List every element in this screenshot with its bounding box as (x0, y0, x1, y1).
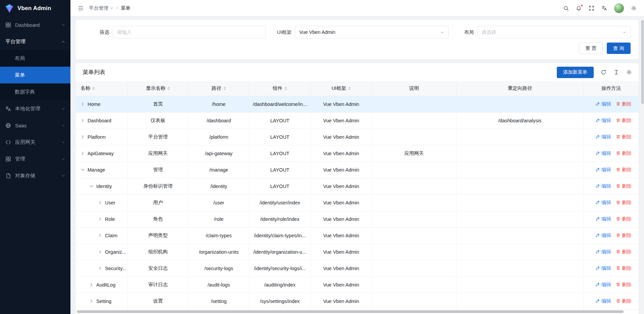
sidebar-item[interactable]: Dashboard (0, 16, 70, 33)
table-row[interactable]: Role角色/role/identity/role/indexVue Vben … (76, 211, 639, 227)
vertical-scrollbar-thumb[interactable] (641, 20, 644, 104)
caret-right-icon[interactable] (98, 250, 102, 254)
delete-link[interactable]: 删除 (616, 216, 632, 222)
table-row[interactable]: Identity身份标识管理/identityLAYOUTVue Vben Ad… (76, 178, 639, 194)
cell-name: Setting (76, 293, 127, 309)
caret-right-icon[interactable] (89, 299, 94, 303)
edit-link[interactable]: 编辑 (595, 167, 611, 173)
edit-link[interactable]: 编辑 (595, 249, 611, 255)
sidebar-subitem[interactable]: 布局 (0, 50, 70, 67)
table-row[interactable]: Platform平台管理/platformLAYOUTVue Vben Admi… (76, 129, 639, 145)
delete-link[interactable]: 删除 (616, 117, 632, 124)
edit-link[interactable]: 编辑 (595, 298, 611, 304)
edit-link[interactable]: 编辑 (595, 183, 611, 189)
caret-right-icon[interactable] (98, 217, 102, 221)
caret-right-icon[interactable] (98, 266, 102, 270)
sort-icon[interactable] (348, 87, 351, 90)
table-settings-button[interactable] (626, 69, 632, 75)
sidebar-subitem[interactable]: 数据字典 (0, 83, 70, 100)
add-menu-button[interactable]: 添加新菜单 (557, 67, 594, 78)
delete-link[interactable]: 删除 (616, 281, 632, 288)
table-row[interactable]: Claim声明类型/claim-types/identity/claim-typ… (76, 227, 639, 244)
table-row[interactable]: Dashboard仪表板/dashboardLAYOUTVue Vben Adm… (76, 112, 639, 129)
sort-icon[interactable] (223, 87, 226, 90)
table-row[interactable]: Organiz...组织机构/organization-units/identi… (76, 244, 639, 260)
cell-actions: 编辑删除 (584, 276, 639, 293)
delete-link[interactable]: 删除 (616, 101, 632, 107)
sort-icon[interactable] (284, 87, 287, 90)
caret-right-icon[interactable] (80, 151, 85, 155)
edit-link[interactable]: 编辑 (595, 281, 611, 288)
breadcrumb-parent[interactable]: 平台管理 (89, 5, 113, 11)
delete-link[interactable]: 删除 (616, 249, 632, 255)
edit-link[interactable]: 编辑 (595, 265, 611, 271)
horizontal-scrollbar[interactable] (77, 310, 638, 313)
filter-keyword-input[interactable] (117, 29, 262, 35)
caret-right-icon[interactable] (98, 200, 102, 205)
row-height-button[interactable] (613, 69, 619, 75)
column-header[interactable]: 组件 (249, 81, 311, 96)
column-header[interactable]: 显示名称 (127, 81, 188, 96)
delete-link[interactable]: 删除 (616, 150, 632, 156)
caret-right-icon[interactable] (80, 135, 85, 139)
sidebar-item[interactable]: 平台管理 (0, 33, 70, 50)
sidebar-item[interactable]: 管理 (0, 150, 70, 167)
settings-button[interactable] (631, 5, 637, 11)
table-row[interactable]: Setting设置/setting/sys/settings/indexVue … (76, 293, 639, 309)
reset-button[interactable]: 重 置 (579, 43, 603, 54)
caret-down-icon[interactable] (89, 184, 94, 188)
column-header[interactable]: 路径 (189, 81, 249, 96)
edit-link[interactable]: 编辑 (595, 199, 611, 206)
caret-right-icon[interactable] (80, 102, 85, 106)
table-row[interactable]: ApiGateway应用网关/api-gatewayLAYOUTVue Vben… (76, 145, 639, 162)
sidebar-subitem[interactable]: 菜单 (0, 67, 70, 83)
edit-link[interactable]: 编辑 (595, 101, 611, 107)
edit-link[interactable]: 编辑 (595, 216, 611, 222)
delete-link[interactable]: 删除 (616, 298, 632, 304)
cell-path: /platform (189, 129, 249, 145)
sort-icon[interactable] (167, 87, 170, 90)
delete-link[interactable]: 删除 (616, 199, 632, 206)
table-row[interactable]: User用户/user/identity/user/indexVue Vben … (76, 194, 639, 211)
cell-actions: 编辑删除 (584, 112, 639, 129)
notifications-button[interactable] (576, 5, 582, 11)
cell-description (372, 276, 457, 293)
edit-link[interactable]: 编辑 (595, 117, 611, 124)
sort-icon[interactable] (92, 87, 95, 90)
caret-down-icon[interactable] (80, 168, 85, 172)
delete-link[interactable]: 删除 (616, 134, 632, 140)
column-header[interactable]: 名称 (76, 81, 127, 96)
sidebar-item[interactable]: 本地化管理 (0, 100, 70, 117)
refresh-button[interactable] (601, 69, 606, 75)
row-height-icon (613, 69, 619, 75)
user-avatar[interactable] (614, 3, 624, 13)
layout-select[interactable]: 请选择 (477, 26, 631, 39)
caret-right-icon[interactable] (98, 233, 102, 238)
table-row[interactable]: Home首页/home/dashboard/welcome/in...Vue V… (76, 96, 639, 112)
ui-framework-select[interactable]: Vue Vben Admin (295, 26, 448, 39)
search-button[interactable] (563, 5, 569, 11)
query-button[interactable]: 查 询 (607, 43, 631, 54)
edit-link[interactable]: 编辑 (595, 134, 611, 140)
horizontal-scrollbar-thumb[interactable] (77, 310, 624, 313)
caret-right-icon[interactable] (89, 282, 94, 287)
sidebar-item[interactable]: 应用网关 (0, 134, 70, 150)
fullscreen-button[interactable] (589, 5, 594, 11)
delete-link[interactable]: 删除 (616, 265, 632, 271)
caret-right-icon[interactable] (80, 118, 85, 123)
table-row[interactable]: AuditLog审计日志/audit-logs/auditing/indexVu… (76, 276, 639, 293)
table-row[interactable]: Security...安全日志/security-logs/identity/s… (76, 260, 639, 276)
edit-link[interactable]: 编辑 (595, 232, 611, 239)
cell-component: /auditing/index (249, 276, 311, 293)
delete-link[interactable]: 删除 (616, 167, 632, 173)
language-button[interactable] (601, 5, 607, 11)
delete-link[interactable]: 删除 (616, 232, 632, 239)
delete-link[interactable]: 删除 (616, 183, 632, 189)
logo[interactable]: Vben Admin (0, 0, 70, 16)
table-row[interactable]: Manage管理/manageLAYOUTVue Vben Admin编辑删除 (76, 162, 639, 178)
sidebar-collapse-button[interactable] (78, 5, 84, 11)
column-header[interactable]: UI框架 (311, 81, 372, 96)
edit-link[interactable]: 编辑 (595, 150, 611, 156)
sidebar-item[interactable]: Saas (0, 117, 70, 134)
sidebar-item[interactable]: 对象存储 (0, 167, 70, 184)
